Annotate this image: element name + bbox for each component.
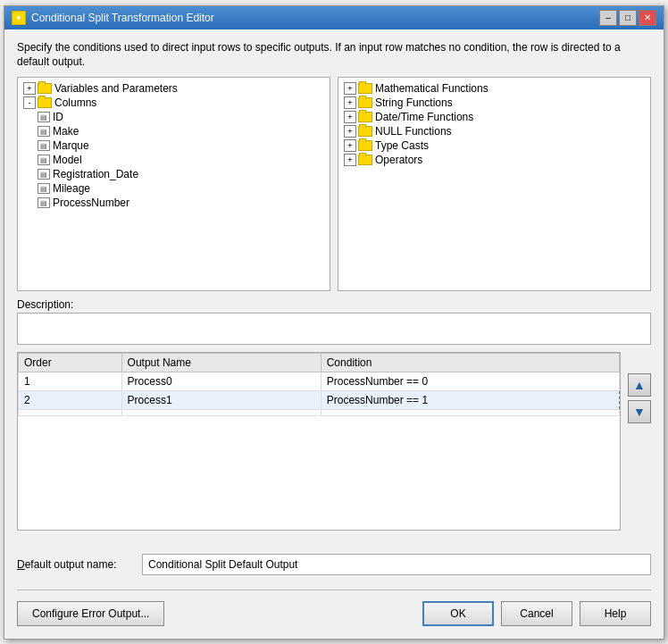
tree-item-mileage[interactable]: ▤ Mileage (36, 181, 326, 196)
tree-panels: + Variables and Parameters - Columns ▤ I… (17, 77, 651, 291)
field-icon-make: ▤ (38, 126, 50, 137)
label-math: Mathematical Functions (375, 82, 488, 95)
tree-item-processnumber[interactable]: ▤ ProcessNumber (36, 196, 326, 210)
folder-icon-typecast (358, 140, 372, 151)
title-controls: – □ ✕ (599, 10, 656, 26)
expander-datetime[interactable]: + (344, 111, 356, 123)
label-model: Model (53, 154, 82, 166)
field-icon-model: ▤ (38, 155, 50, 165)
table-section: Order Output Name Condition 1 Process0 P… (17, 352, 651, 542)
ok-button[interactable]: OK (422, 601, 494, 626)
default-output-label: Default output name: (17, 558, 133, 571)
separator (17, 590, 651, 590)
col-order: Order (19, 354, 122, 372)
configure-error-button[interactable]: Configure Error Output... (17, 601, 164, 626)
conditions-table: Order Output Name Condition 1 Process0 P… (17, 352, 621, 531)
maximize-button[interactable]: □ (619, 10, 637, 26)
label-operators: Operators (375, 154, 422, 166)
table-row[interactable]: 1 Process0 ProcessNumber == 0 (19, 372, 620, 391)
default-label-underline: D (17, 558, 25, 571)
label-marque: Marque (53, 139, 89, 152)
table-arrow-buttons: ▲ ▼ (628, 352, 651, 542)
left-tree-panel: + Variables and Parameters - Columns ▤ I… (17, 77, 330, 291)
title-bar-left: ✦ Conditional Split Transformation Edito… (12, 11, 214, 25)
field-icon-id: ▤ (38, 112, 50, 122)
folder-icon-columns (38, 97, 52, 108)
cancel-button[interactable]: Cancel (501, 601, 572, 626)
label-processnumber: ProcessNumber (53, 197, 129, 209)
tree-item-make[interactable]: ▤ Make (36, 124, 326, 138)
label-mileage: Mileage (53, 182, 90, 195)
label-regdate: Registration_Date (53, 168, 138, 180)
folder-icon-variables (38, 83, 52, 94)
field-icon-processnumber: ▤ (38, 197, 50, 208)
cell-condition-1[interactable]: ProcessNumber == 0 (321, 372, 619, 391)
label-make: Make (53, 125, 79, 138)
btn-group-right: OK Cancel Help (422, 601, 651, 626)
window-title: Conditional Split Transformation Editor (31, 12, 214, 24)
cell-order-2: 2 (19, 391, 122, 410)
move-up-button[interactable]: ▲ (628, 373, 651, 397)
close-button[interactable]: ✕ (639, 10, 656, 26)
tree-item-id[interactable]: ▤ ID (36, 110, 326, 124)
default-output-row: Default output name: (17, 550, 651, 579)
default-output-input[interactable] (142, 554, 651, 575)
expander-null[interactable]: + (344, 125, 356, 138)
label-typecast: Type Casts (375, 139, 429, 152)
tree-item-string[interactable]: + String Functions (342, 96, 647, 110)
label-variables: Variables and Parameters (54, 82, 178, 95)
main-content: Specify the conditions used to direct in… (4, 29, 664, 639)
label-columns: Columns (54, 96, 96, 109)
description-text: Specify the conditions used to direct in… (17, 40, 651, 71)
label-string: String Functions (375, 96, 453, 109)
button-row: Configure Error Output... OK Cancel Help (17, 601, 651, 630)
tree-item-columns[interactable]: - Columns (21, 96, 326, 110)
field-icon-regdate: ▤ (38, 169, 50, 180)
label-null: NULL Functions (375, 125, 452, 138)
cell-output-2: Process1 (121, 391, 321, 410)
field-icon-mileage: ▤ (38, 183, 50, 194)
expander-columns[interactable]: - (23, 96, 36, 109)
right-tree-panel: + Mathematical Functions + String Functi… (338, 77, 651, 291)
tree-item-operators[interactable]: + Operators (342, 153, 647, 167)
expander-string[interactable]: + (344, 96, 356, 109)
folder-icon-string (358, 97, 372, 108)
minimize-button[interactable]: – (599, 10, 617, 26)
expander-variables[interactable]: + (23, 82, 36, 95)
col-condition: Condition (321, 354, 619, 372)
cell-empty-condition (321, 410, 619, 416)
description-box (17, 313, 651, 345)
label-id: ID (53, 111, 63, 123)
field-icon-marque: ▤ (38, 140, 50, 151)
help-button[interactable]: Help (580, 601, 651, 626)
description-label: Description: (17, 298, 651, 311)
cell-condition-2[interactable]: ProcessNumber == 1 (321, 391, 619, 410)
tree-item-variables[interactable]: + Variables and Parameters (21, 81, 326, 96)
tree-item-math[interactable]: + Mathematical Functions (342, 81, 647, 96)
window-icon: ✦ (12, 11, 26, 25)
bottom-section: Default output name: Configure Error Out… (17, 550, 651, 630)
expander-operators[interactable]: + (344, 154, 356, 166)
tree-item-model[interactable]: ▤ Model (36, 153, 326, 167)
tree-item-null[interactable]: + NULL Functions (342, 124, 647, 138)
folder-icon-operators (358, 155, 372, 165)
tree-item-typecast[interactable]: + Type Casts (342, 138, 647, 153)
folder-icon-math (358, 83, 372, 94)
expander-typecast[interactable]: + (344, 139, 356, 152)
table-row-empty[interactable] (19, 410, 620, 416)
label-datetime: Date/Time Functions (375, 111, 473, 123)
cell-empty-order (19, 410, 122, 416)
cell-order-1: 1 (19, 372, 122, 391)
table-row[interactable]: 2 Process1 ProcessNumber == 1 (19, 391, 620, 410)
description-section: Description: (17, 298, 651, 345)
move-down-button[interactable]: ▼ (628, 400, 651, 423)
col-output-name: Output Name (121, 354, 321, 372)
title-bar: ✦ Conditional Split Transformation Edito… (4, 6, 664, 29)
cell-empty-output (121, 410, 321, 416)
tree-item-marque[interactable]: ▤ Marque (36, 138, 326, 153)
expander-math[interactable]: + (344, 82, 356, 95)
tree-item-regdate[interactable]: ▤ Registration_Date (36, 167, 326, 181)
tree-item-datetime[interactable]: + Date/Time Functions (342, 110, 647, 124)
default-label-rest: efault output name: (25, 558, 117, 571)
cell-output-1: Process0 (121, 372, 321, 391)
